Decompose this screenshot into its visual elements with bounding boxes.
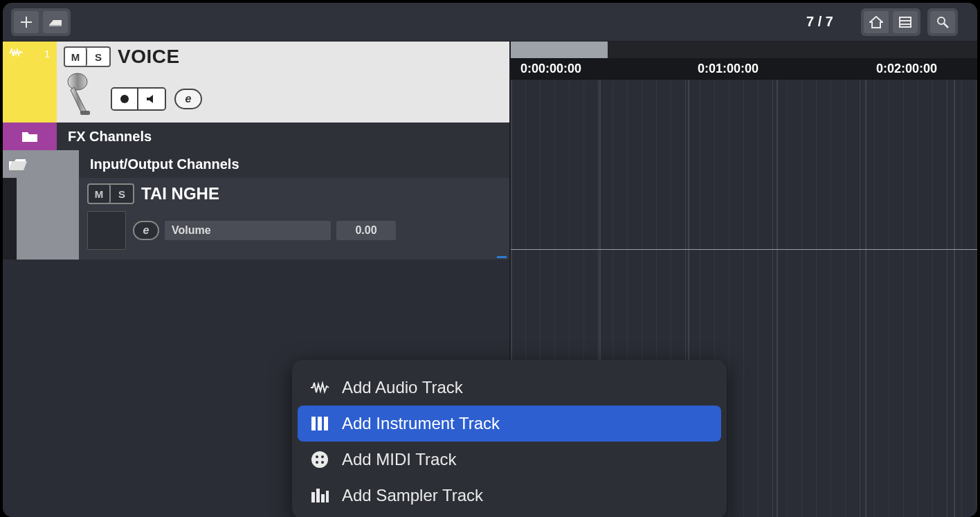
svg-rect-19 <box>321 494 325 502</box>
track-visibility-counter: 7 / 7 <box>806 14 833 30</box>
svg-rect-11 <box>324 417 328 430</box>
context-menu-label: Add Instrument Track <box>342 414 500 433</box>
plus-icon <box>20 16 33 28</box>
speaker-icon <box>146 94 157 104</box>
parameter-value-field[interactable]: 0.00 <box>336 221 396 240</box>
solo-button[interactable]: S <box>111 185 133 203</box>
track-tai-nghe[interactable]: M S TAI NGHE e Volume 0.00 <box>3 178 509 260</box>
io-channels-section[interactable]: Input/Output Channels <box>3 150 509 178</box>
record-icon <box>120 94 129 104</box>
add-track-cluster <box>11 8 71 36</box>
edit-channel-button[interactable]: e <box>133 221 159 240</box>
resize-handle[interactable] <box>497 256 507 258</box>
svg-point-4 <box>938 17 945 24</box>
fx-color-strip <box>3 123 57 150</box>
toolbar: 7 / 7 <box>3 3 977 42</box>
io-color-strip <box>3 150 79 178</box>
context-menu-item[interactable]: Add Sampler Track <box>298 478 721 514</box>
svg-rect-17 <box>311 492 315 502</box>
svg-rect-10 <box>318 417 322 430</box>
visibility-list-button[interactable] <box>893 11 918 33</box>
context-menu-label: Add Sampler Track <box>342 486 483 505</box>
search-icon <box>936 16 949 28</box>
context-menu-item[interactable]: Add Instrument Track <box>298 406 721 442</box>
waveform-icon <box>8 48 24 57</box>
microphone-icon <box>64 72 100 126</box>
context-menu-label: Add MIDI Track <box>342 450 456 469</box>
context-menu-label: Add Audio Track <box>342 378 463 397</box>
svg-point-12 <box>311 451 328 468</box>
add-track-button[interactable] <box>14 11 39 33</box>
search-button[interactable] <box>930 11 955 33</box>
bars-icon <box>310 486 329 505</box>
track-thumbnail <box>87 211 126 250</box>
folder-icon <box>21 130 38 143</box>
waveform-icon <box>310 378 329 397</box>
svg-point-15 <box>316 461 318 464</box>
visibility-agents-button[interactable] <box>864 11 889 33</box>
svg-point-16 <box>321 461 324 464</box>
context-menu-item[interactable]: Add Audio Track <box>298 370 721 406</box>
loop-region[interactable] <box>511 42 608 58</box>
svg-rect-20 <box>326 491 329 502</box>
section-label: FX Channels <box>68 129 152 145</box>
visibility-cluster <box>861 8 920 36</box>
timeline-ruler[interactable]: 0:00:00:000:01:00:000:02:00:00 <box>511 42 977 80</box>
track-preset-button[interactable] <box>43 11 68 33</box>
piano-icon <box>310 414 329 433</box>
solo-button[interactable]: S <box>87 48 109 66</box>
svg-rect-7 <box>80 111 90 115</box>
svg-point-13 <box>316 455 318 458</box>
svg-rect-9 <box>311 417 316 430</box>
record-monitor-group <box>111 87 166 111</box>
house-icon <box>869 16 883 28</box>
svg-line-5 <box>944 24 948 28</box>
svg-rect-18 <box>316 489 320 502</box>
parameter-name-field[interactable]: Volume <box>165 221 331 240</box>
context-menu-item[interactable]: Add MIDI Track <box>298 442 721 478</box>
track-name: TAI NGHE <box>141 184 219 203</box>
track-name: VOICE <box>118 46 180 68</box>
fx-channels-section[interactable]: FX Channels <box>3 123 509 150</box>
folder-open-icon <box>8 156 28 172</box>
svg-point-6 <box>68 73 87 90</box>
mute-button[interactable]: M <box>89 185 111 203</box>
track-list: 1 M S VOICE <box>3 42 509 260</box>
svg-rect-1 <box>900 17 911 27</box>
search-cluster <box>927 8 958 36</box>
monitor-button[interactable] <box>138 89 165 109</box>
record-enable-button[interactable] <box>112 89 138 109</box>
time-label: 0:01:00:00 <box>698 62 759 76</box>
svg-point-14 <box>321 455 324 458</box>
list-icon <box>899 17 911 28</box>
time-label: 0:02:00:00 <box>876 62 937 76</box>
svg-rect-0 <box>49 25 62 26</box>
track-color-strip: 1 <box>3 42 57 123</box>
track-number: 1 <box>44 48 50 60</box>
add-track-context-menu: Add Audio TrackAdd Instrument TrackAdd M… <box>292 360 727 517</box>
svg-point-8 <box>120 95 129 103</box>
track-body: M S VOICE <box>57 42 509 123</box>
palette-icon <box>310 450 329 469</box>
edit-channel-button[interactable]: e <box>174 89 202 109</box>
mute-button[interactable]: M <box>65 48 87 66</box>
preset-stack-icon <box>48 17 63 28</box>
track-body: M S TAI NGHE e Volume 0.00 <box>79 178 509 260</box>
time-label: 0:00:00:00 <box>520 62 581 76</box>
section-label: Input/Output Channels <box>90 156 239 172</box>
track-voice[interactable]: 1 M S VOICE <box>3 42 509 123</box>
